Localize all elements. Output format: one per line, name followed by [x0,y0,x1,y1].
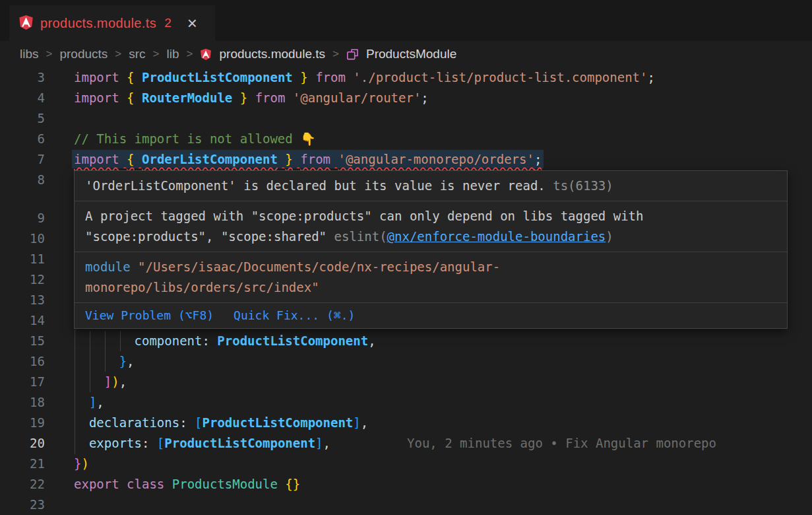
code-line-15[interactable]: component: ProductListComponent, [74,331,376,351]
code-line-21[interactable]: }) [74,454,89,474]
line-number-14[interactable]: 14 [0,310,45,331]
code-line-20[interactable]: exports: [ProductListComponent],You, 2 m… [74,433,330,454]
line-number-16[interactable]: 16 [0,351,45,372]
hover-section-2: module "/Users/isaac/Documents/code/nx-r… [75,252,787,303]
hover-popup: 'OrderListComponent' is declared but its… [74,170,788,329]
line-number-7[interactable]: 7 [0,149,45,170]
view-problem-action[interactable]: View Problem (⌥F8) [85,307,214,324]
hover-section-1: A project tagged with "scope:products" c… [75,201,787,252]
code-line-6[interactable]: // This import is not allowed 👇 [74,129,316,149]
eslint-rule-link[interactable]: @nx/enforce-module-boundaries [387,229,606,244]
line-number-15[interactable]: 15 [0,331,45,351]
code-line-7[interactable]: import { OrderListComponent } from '@ang… [74,149,542,170]
line-number-5[interactable]: 5 [0,108,45,129]
line-number-13[interactable]: 13 [0,290,45,310]
line-number-4[interactable]: 4 [0,88,45,108]
line-number-18[interactable]: 18 [0,392,45,413]
line-number-10[interactable]: 10 [0,228,45,249]
line-number-21[interactable]: 21 [0,454,45,474]
line-number-3[interactable]: 3 [0,67,45,88]
git-blame-annotation: You, 2 minutes ago • Fix Angular monorep… [407,433,716,454]
line-number-19[interactable]: 19 [0,413,45,433]
code-line-22[interactable]: export class ProductsModule {} [74,474,300,495]
line-number-12[interactable]: 12 [0,269,45,290]
hover-actions: View Problem (⌥F8)Quick Fix... (⌘.) [75,303,787,328]
code-line-17[interactable]: ]), [74,372,127,392]
hover-section-0: 'OrderListComponent' is declared but its… [75,171,787,201]
indent-guide [75,329,75,454]
code-line-3[interactable]: import { ProductListComponent } from './… [74,67,655,88]
line-number-9[interactable]: 9 [0,208,45,228]
indent-guide [105,331,106,372]
quick-fix-action[interactable]: Quick Fix... (⌘.) [234,307,355,324]
line-number-11[interactable]: 11 [0,249,45,269]
indent-guide [120,331,121,351]
line-number-6[interactable]: 6 [0,129,45,149]
code-line-18[interactable]: ], [74,392,104,413]
line-number-23[interactable]: 23 [0,495,45,515]
code-line-16[interactable]: }, [74,351,135,372]
code-line-4[interactable]: import { RouterModule } from '@angular/r… [74,88,429,108]
line-number-17[interactable]: 17 [0,372,45,392]
error-squiggle-range: import { OrderListComponent } from '@ang… [74,152,542,166]
line-number-8[interactable]: 8 [0,170,45,190]
indent-guide [90,331,90,392]
code-editor: 34567891011121314151617181920212223 impo… [0,0,812,515]
line-number-22[interactable]: 22 [0,474,45,495]
line-number-20[interactable]: 20 [0,433,45,454]
code-line-19[interactable]: declarations: [ProductListComponent], [74,413,368,433]
